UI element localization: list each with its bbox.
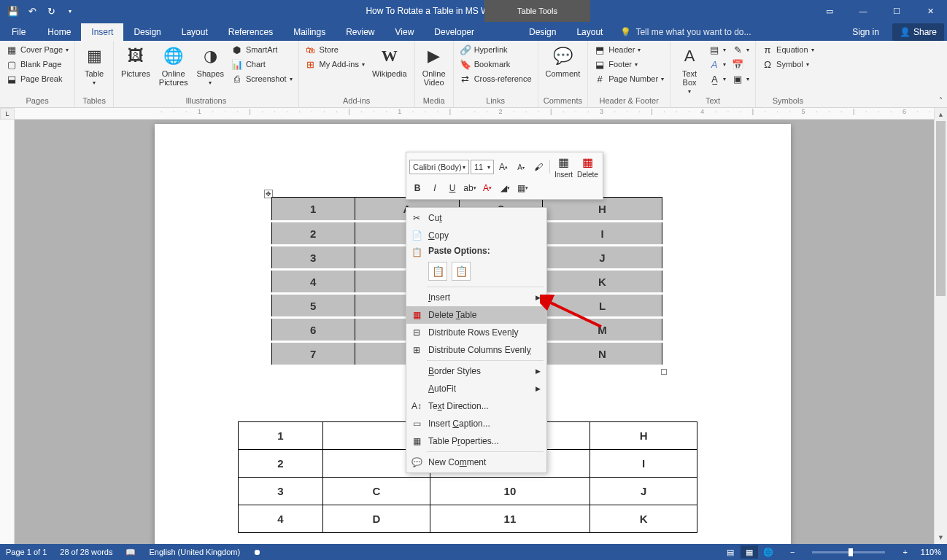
object-button[interactable]: ▣▾	[730, 72, 751, 85]
save-icon[interactable]: 💾	[6, 4, 20, 18]
ctx-insert[interactable]: Insert▶	[406, 289, 546, 306]
sign-in-button[interactable]: Sign in	[842, 23, 889, 41]
tab-design[interactable]: Design	[123, 23, 171, 41]
signature-line-button[interactable]: ✎▾	[730, 43, 751, 56]
screenshot-button[interactable]: ⎙Screenshot▾	[230, 72, 294, 85]
vertical-ruler[interactable]	[0, 120, 15, 544]
word-count[interactable]: 28 of 28 words	[60, 548, 112, 556]
wikipedia-button[interactable]: WWikipedia	[369, 43, 410, 79]
pictures-button[interactable]: 🖼Pictures	[118, 43, 153, 79]
macro-recording-icon[interactable]: ⏺	[253, 548, 261, 556]
text-box-button[interactable]: AText Box▾	[675, 43, 704, 96]
zoom-out-button[interactable]: −	[790, 548, 795, 556]
tab-file[interactable]: File	[0, 23, 37, 41]
quick-parts-button[interactable]: ▤▾	[707, 43, 727, 56]
horizontal-ruler[interactable]: · · · 1 · · · | · · · · · · · | · · · 1 …	[15, 108, 934, 120]
page-count[interactable]: Page 1 of 1	[6, 548, 47, 556]
font-color-icon[interactable]: A▾	[479, 180, 495, 196]
drop-cap-button[interactable]: A̲▾	[707, 72, 727, 85]
ctx-border-styles[interactable]: Border Styles▶	[406, 362, 546, 380]
shading-icon[interactable]: ◢▾	[497, 180, 513, 196]
tab-references[interactable]: References	[218, 23, 283, 41]
comment-button[interactable]: 💬Comment	[543, 43, 584, 79]
table-row[interactable]: 4D11K	[239, 505, 697, 533]
ctx-distribute-cols[interactable]: ⊞Distribute Columns Evenly	[406, 341, 546, 359]
page-break-button[interactable]: ⬓Page Break	[4, 72, 70, 85]
ruler-corner[interactable]: L	[0, 108, 15, 120]
proofing-icon[interactable]: 📖	[125, 548, 136, 557]
tab-layout[interactable]: Layout	[171, 23, 218, 41]
ctx-cut[interactable]: ✂Cut	[406, 209, 546, 227]
blank-page-button[interactable]: ▢Blank Page	[4, 58, 70, 71]
shrink-font-icon[interactable]: A▾	[513, 159, 529, 175]
symbol-button[interactable]: ΩSymbol▾	[760, 58, 815, 71]
table-resize-handle[interactable]	[661, 369, 667, 375]
mini-delete-button[interactable]: ▦Delete	[576, 155, 600, 179]
underline-icon[interactable]: U	[444, 180, 460, 196]
online-video-button[interactable]: ▶Online Video	[420, 43, 449, 88]
language-status[interactable]: English (United Kingdom)	[149, 548, 240, 556]
grow-font-icon[interactable]: A▴	[495, 159, 511, 175]
scroll-up-icon[interactable]: ▲	[935, 108, 947, 121]
tab-insert[interactable]: Insert	[81, 23, 123, 41]
mini-insert-button[interactable]: ▦Insert	[553, 155, 574, 179]
highlight-icon[interactable]: ab▾	[462, 180, 478, 196]
wordart-button[interactable]: A▾	[707, 58, 727, 71]
borders-icon[interactable]: ▦▾	[514, 180, 530, 196]
vertical-scrollbar[interactable]: ▲ ▼	[934, 108, 947, 544]
zoom-in-button[interactable]: +	[902, 548, 907, 556]
tab-home[interactable]: Home	[37, 23, 81, 41]
print-layout-icon[interactable]: ▦	[741, 545, 758, 559]
tab-view[interactable]: View	[385, 23, 425, 41]
scroll-down-icon[interactable]: ▼	[935, 531, 947, 544]
hyperlink-button[interactable]: 🔗Hyperlink	[458, 43, 533, 56]
qat-customize-icon[interactable]: ▾	[63, 4, 77, 18]
ctx-new-comment[interactable]: 💬New Comment	[406, 454, 546, 471]
shapes-button[interactable]: ◑Shapes▾	[194, 43, 227, 88]
table-button[interactable]: ▦ Table ▾	[80, 43, 109, 88]
footer-button[interactable]: ⬓Footer▾	[592, 58, 665, 71]
online-pictures-button[interactable]: 🌐Online Pictures	[156, 43, 191, 88]
cover-page-button[interactable]: ▦Cover Page▾	[4, 43, 70, 56]
share-button[interactable]: 👤 Share	[892, 23, 944, 41]
font-family-select[interactable]: Calibri (Body) ▾	[409, 160, 469, 174]
scroll-thumb[interactable]	[936, 121, 946, 296]
ctx-text-direction[interactable]: A↕Text Direction...	[406, 397, 546, 415]
ribbon-display-icon[interactable]: ▭	[813, 0, 846, 22]
zoom-level[interactable]: 110%	[921, 548, 941, 556]
cross-reference-button[interactable]: ⇄Cross-reference	[458, 72, 533, 85]
ctx-table-properties[interactable]: ▦Table Properties...	[406, 432, 546, 450]
date-time-button[interactable]: 📅	[730, 58, 751, 71]
tell-me-search[interactable]: 💡 Tell me what you want to do...	[613, 23, 842, 41]
tab-developer[interactable]: Developer	[424, 23, 484, 41]
ctx-autofit[interactable]: AutoFit▶	[406, 380, 546, 397]
ctx-delete-table[interactable]: ▦Delete Table	[406, 306, 546, 324]
zoom-slider[interactable]	[812, 551, 885, 553]
ctx-insert-caption[interactable]: ▭Insert Caption...	[406, 415, 546, 432]
chart-button[interactable]: 📊Chart	[230, 58, 294, 71]
my-addins-button[interactable]: ⊞My Add-ins▾	[304, 58, 366, 71]
smartart-button[interactable]: ⬢SmartArt	[230, 43, 294, 56]
font-size-select[interactable]: 11 ▾	[471, 160, 494, 174]
page-number-button[interactable]: #Page Number▾	[592, 72, 665, 85]
bookmark-button[interactable]: 🔖Bookmark	[458, 58, 533, 71]
tab-review[interactable]: Review	[336, 23, 384, 41]
store-button[interactable]: 🛍Store	[304, 43, 366, 56]
italic-icon[interactable]: I	[427, 180, 443, 196]
read-mode-icon[interactable]: ▤	[722, 545, 739, 559]
format-painter-icon[interactable]: 🖌	[530, 159, 546, 175]
header-button[interactable]: ⬒Header▾	[592, 43, 665, 56]
collapse-ribbon-icon[interactable]: ˄	[939, 96, 943, 104]
paste-keep-formatting[interactable]: 📋	[428, 262, 447, 281]
minimize-button[interactable]: —	[846, 0, 880, 22]
redo-icon[interactable]: ↻	[44, 4, 58, 18]
web-layout-icon[interactable]: 🌐	[759, 545, 777, 559]
tab-table-layout[interactable]: Layout	[566, 23, 613, 41]
bold-icon[interactable]: B	[409, 180, 425, 196]
tab-mailings[interactable]: Mailings	[283, 23, 336, 41]
maximize-button[interactable]: ☐	[880, 0, 913, 22]
undo-icon[interactable]: ↶	[25, 4, 39, 18]
tab-table-design[interactable]: Design	[519, 23, 566, 41]
ctx-copy[interactable]: 📄Copy	[406, 227, 546, 244]
paste-merge-formatting[interactable]: 📋	[452, 262, 471, 281]
